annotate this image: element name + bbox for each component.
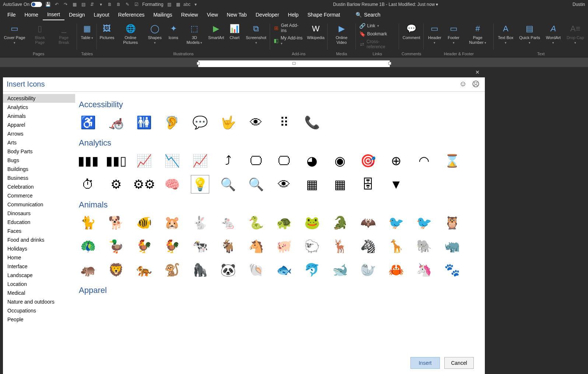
icon-zebra[interactable]: 🦓 — [359, 237, 377, 255]
icon-frog[interactable]: 🐸 — [303, 213, 321, 232]
icon-gorilla[interactable]: 🦍 — [191, 261, 209, 279]
page-number-button[interactable]: # Page Number — [464, 22, 492, 46]
get-addins-button[interactable]: ⊞ Get Add-ins — [272, 22, 304, 34]
icon-pawprints[interactable]: 🐾 — [443, 261, 461, 279]
category-faces[interactable]: Faces — [3, 227, 75, 235]
icon-strategy[interactable]: ▦ — [303, 175, 321, 193]
category-food-and-drinks[interactable]: Food and drinks — [3, 235, 75, 244]
icon-line-up[interactable]: 📈 — [191, 151, 209, 170]
table-button[interactable]: ▦ Table — [79, 22, 95, 41]
close-icon[interactable]: ✕ — [472, 68, 483, 77]
icon-donkey[interactable]: 🐴 — [247, 237, 265, 255]
autosave-toggle[interactable]: AutoSave On — [3, 2, 42, 7]
drop-cap-button[interactable]: A≡ Drop Cap — [565, 22, 586, 46]
icon-bar-chart-decline[interactable]: ▮▮▯ — [107, 151, 125, 170]
online-video-button[interactable]: ▶ Online Video — [330, 22, 354, 46]
menu-file[interactable]: File — [3, 10, 20, 20]
text-box-button[interactable]: A Text Box — [496, 22, 515, 46]
pen-icon[interactable]: ✎ — [125, 1, 130, 7]
icon-lightbulb[interactable]: 💡 — [191, 175, 209, 193]
wordart-button[interactable]: A WordArt — [544, 22, 563, 46]
icon-target[interactable]: 🎯 — [359, 151, 377, 170]
tell-me-search[interactable]: 🔍Search — [356, 12, 380, 18]
icons-button[interactable]: ✦ Icons — [166, 22, 181, 41]
icon-pie-chart[interactable]: ◕ — [303, 151, 321, 170]
icon-chicken[interactable]: 🐓 — [135, 237, 153, 255]
category-landscape[interactable]: Landscape — [3, 271, 75, 280]
icon-dog[interactable]: 🐕 — [107, 213, 125, 232]
menu-design[interactable]: Design — [64, 10, 90, 20]
resize-handle-right[interactable] — [388, 62, 391, 65]
blank-page-button[interactable]: ▯ Blank Page — [29, 22, 51, 46]
icon-hourglass[interactable]: ⌛ — [443, 151, 461, 170]
frown-icon[interactable]: ☹ — [472, 80, 480, 88]
icon-presentation-pie[interactable]: 🖵 — [275, 151, 293, 170]
icon-hippo[interactable]: 🦛 — [79, 261, 97, 279]
category-accessibility[interactable]: Accessibility — [3, 94, 75, 103]
category-communication[interactable]: Communication — [3, 200, 75, 209]
menu-layout[interactable]: Layout — [90, 10, 114, 20]
insert-button[interactable]: Insert — [410, 357, 440, 369]
3d-models-button[interactable]: ⬚ 3D Models — [183, 22, 206, 46]
pictures-button[interactable]: 🖼 Pictures — [99, 22, 115, 41]
icon-hamster[interactable]: 🐹 — [163, 213, 181, 232]
icon-giraffe[interactable]: 🦒 — [387, 237, 405, 255]
icon-turtle[interactable]: 🐢 — [275, 213, 293, 232]
undo-icon[interactable]: ↶ — [54, 1, 60, 7]
icon-database[interactable]: 🗄 — [359, 175, 377, 193]
save-icon[interactable]: 💾 — [45, 1, 51, 7]
category-interface[interactable]: Interface — [3, 262, 75, 271]
category-occupations[interactable]: Occupations — [3, 306, 75, 315]
category-education[interactable]: Education — [3, 218, 75, 227]
menu-view[interactable]: View — [202, 10, 222, 20]
icon-deaf[interactable]: 🦻 — [163, 113, 181, 132]
icon-line-down[interactable]: 📉 — [163, 151, 181, 170]
menu-new-tab[interactable]: New Tab — [223, 10, 251, 20]
icon-deer[interactable]: 🦌 — [331, 237, 349, 255]
screenshot-button[interactable]: ⧉ Screenshot — [245, 22, 268, 46]
bookmark-button[interactable]: 🔖 Bookmark — [358, 30, 389, 38]
icon-crocodile[interactable]: 🐊 — [331, 213, 349, 232]
menu-references[interactable]: References — [114, 10, 149, 20]
icon-funnel[interactable]: ▼ — [387, 175, 405, 193]
icon-scatter-up[interactable]: ⤴ — [219, 151, 237, 170]
icon-cat[interactable]: 🐈 — [79, 213, 97, 232]
icon-hummingbird[interactable]: 🐦 — [415, 213, 433, 232]
icon-wheelchair-sign[interactable]: ♿ — [79, 113, 97, 132]
quick-parts-button[interactable]: ▤ Quick Parts — [518, 22, 542, 46]
menu-help[interactable]: Help — [284, 10, 303, 20]
shapes-button[interactable]: ◯ Shapes — [146, 22, 164, 46]
icon-crosshair[interactable]: ⊕ — [387, 151, 405, 170]
icon-bird[interactable]: 🐦 — [387, 213, 405, 232]
icon-peacock[interactable]: 🦚 — [79, 237, 97, 255]
menu-home[interactable]: Home — [20, 10, 43, 20]
category-celebration[interactable]: Celebration — [3, 182, 75, 191]
qat-more-icon[interactable]: ▾ — [193, 1, 199, 7]
category-people[interactable]: People — [3, 315, 75, 324]
icon-duck[interactable]: 🦆 — [107, 237, 125, 255]
resize-handle-left[interactable] — [197, 62, 200, 65]
icon-rabbit[interactable]: 🐇 — [191, 213, 209, 232]
icon-crab[interactable]: 🦀 — [387, 261, 405, 279]
category-arrows[interactable]: Arrows — [3, 129, 75, 138]
icon-wheelchair-motion[interactable]: 🦽 — [107, 113, 125, 132]
toggle-switch-icon[interactable] — [31, 2, 42, 7]
category-bugs[interactable]: Bugs — [3, 156, 75, 165]
footer-button[interactable]: ▭ Footer — [446, 22, 462, 46]
menu-shape-format[interactable]: Shape Format — [303, 10, 344, 20]
icon-elephant[interactable]: 🐘 — [415, 237, 433, 255]
icon-grid[interactable]: ▦ — [331, 175, 349, 193]
icon-tiger[interactable]: 🐅 — [135, 261, 153, 279]
cover-page-button[interactable]: ▭ Cover Page — [2, 22, 27, 46]
link-button[interactable]: 🔗 Link ▾ — [358, 22, 381, 29]
icon-snake[interactable]: 🐍 — [247, 213, 265, 232]
icon-family-accessible[interactable]: 🚻 — [135, 113, 153, 132]
icon-lion[interactable]: 🦁 — [107, 261, 125, 279]
icon-presentation-bar[interactable]: 🖵 — [247, 151, 265, 170]
icon-pig[interactable]: 🐖 — [275, 237, 293, 255]
qat-dropdown-icon[interactable]: ▾ — [98, 1, 104, 7]
cross-reference-button[interactable]: ⇄ Cross-reference — [358, 38, 397, 50]
icon-fishbowl[interactable]: 🐠 — [135, 213, 153, 232]
icon-low-vision[interactable]: 👁 — [247, 113, 265, 132]
category-commerce[interactable]: Commerce — [3, 191, 75, 200]
